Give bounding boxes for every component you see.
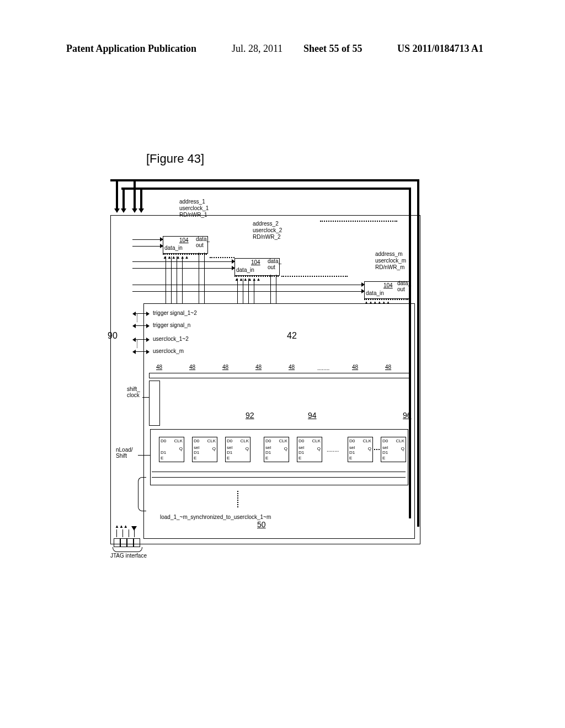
shift-clock-label: shift_ clock <box>127 386 140 398</box>
nload-shift-label: nLoad/ Shift <box>116 447 133 459</box>
bm-dout: data_ out <box>397 280 411 292</box>
ref-92: 92 <box>246 411 254 420</box>
ref-48-7: 48 <box>385 364 391 370</box>
b2-userclock: userclock_2 <box>253 227 282 233</box>
bm-userclock: userclock_m <box>375 258 406 264</box>
userclock-m: userclock_m <box>153 348 184 354</box>
b1-dout: data_ out <box>196 236 210 248</box>
flipflop-1: D0 CLK D1 E Q <box>159 437 184 462</box>
ref-48-3: 48 <box>222 364 228 370</box>
flipflop-2: D0 CLK sel D1 E Q <box>192 437 217 462</box>
b1-address: address_1 <box>179 199 205 205</box>
bm-104: 104 <box>383 282 393 288</box>
header-sheet: Sheet 55 of 55 <box>303 43 363 55</box>
b1-din: data_in <box>164 245 183 251</box>
ref-94: 94 <box>308 411 317 420</box>
b2-address: address_2 <box>253 221 279 227</box>
jtag-label: JTAG interface <box>110 553 147 559</box>
bm-din: data_in <box>366 290 384 296</box>
flipflop-4: D0 CLK sel D1 E Q <box>264 437 289 462</box>
ref-96: 96 <box>403 411 412 420</box>
bm-rw: RD/nWR_m <box>375 264 404 270</box>
trigger-signal-12: trigger signal_1~2 <box>153 310 197 316</box>
header-pubno: US 2011/0184713 A1 <box>397 43 483 55</box>
bm-address: address_m <box>375 251 402 257</box>
b2-dout: data_ out <box>268 258 281 270</box>
ref-50: 50 <box>257 520 266 529</box>
flipflop-5: D0 CLK sel D1 E Q <box>297 437 322 462</box>
flipflop-7: D0 CLK sel D1 E Q <box>381 437 406 462</box>
b2-104: 104 <box>251 259 260 265</box>
flipflop-3: D0 CLK sel D1 E Q <box>225 437 250 462</box>
ref-48-6: 48 <box>352 364 358 370</box>
ellipsis-ff: ........ <box>327 447 339 453</box>
flipflop-6: D0 CLK sel D1 E Q <box>348 437 373 462</box>
figure-label: [Figure 43] <box>146 152 204 166</box>
b2-rw: RD/nWR_2 <box>253 234 281 240</box>
ref-48-5: 48 <box>289 364 295 370</box>
b2-din: data_in <box>236 267 254 273</box>
ref-48-2: 48 <box>189 364 195 370</box>
header-date: Jul. 28, 2011 <box>232 43 282 55</box>
b1-rw: RD/nWR_1 <box>179 212 207 218</box>
ref-42: 42 <box>287 331 297 341</box>
patent-page: Patent Application Publication Jul. 28, … <box>0 0 565 728</box>
ref-48-1: 48 <box>156 364 162 370</box>
trigger-signal-n: trigger signal_n <box>153 322 190 328</box>
header-left: Patent Application Publication <box>66 43 196 55</box>
b1-userclock: userclock_1 <box>179 205 209 211</box>
ref-48-4: 48 <box>255 364 262 370</box>
ref-90: 90 <box>108 331 118 341</box>
figure-43-diagram: address_1 userclock_1 RD/nWR_1 104 data_… <box>110 165 430 552</box>
b1-104: 104 <box>179 237 189 243</box>
ellipsis-48: ........ <box>317 365 329 371</box>
userclock-12: userclock_1~2 <box>153 336 189 342</box>
load-sync-label: load_1_~m_synchronized_to_userclock_1~m <box>160 514 271 520</box>
